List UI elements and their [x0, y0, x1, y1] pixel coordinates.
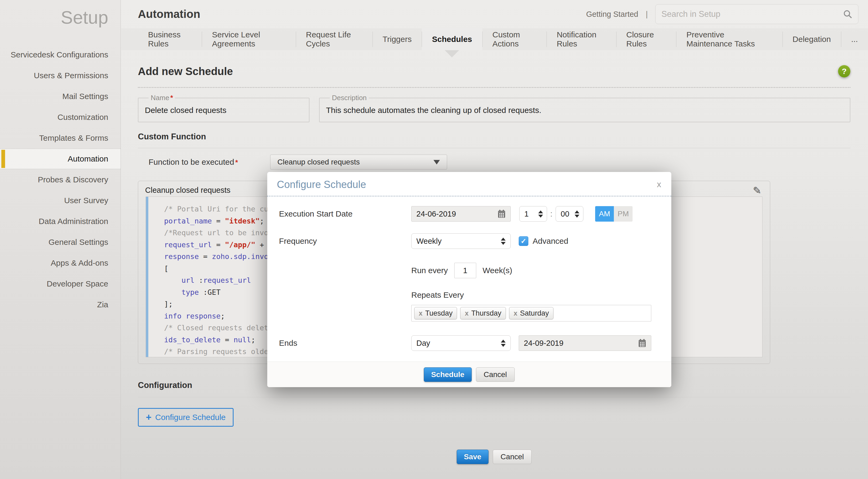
custom-function-heading: Custom Function: [138, 132, 850, 141]
sidebar-item-templates-forms[interactable]: Templates & Forms: [0, 128, 121, 148]
spinner-arrows-icon: [501, 238, 506, 245]
day-tag-label: Saturday: [520, 309, 549, 317]
sidebar-item-developer-space[interactable]: Developer Space: [0, 273, 121, 294]
sidebar-item-users-permissions[interactable]: Users & Permissions: [0, 65, 121, 86]
save-button[interactable]: Save: [457, 450, 489, 464]
schedule-button[interactable]: Schedule: [424, 367, 471, 382]
tab-request-life-cycles[interactable]: Request Life Cycles: [296, 28, 373, 50]
sidebar-item-customization[interactable]: Customization: [0, 107, 121, 128]
ends-type-value: Day: [416, 339, 430, 348]
custom-function-divider: [138, 148, 850, 148]
minute-stepper[interactable]: 00: [556, 206, 583, 221]
sidebar-item-user-survey[interactable]: User Survey: [0, 190, 121, 211]
modal-cancel-button[interactable]: Cancel: [476, 367, 515, 382]
sidebar-item-mail-settings[interactable]: Mail Settings: [0, 86, 121, 107]
frequency-value: Weekly: [416, 237, 442, 246]
name-label: Name*: [149, 94, 175, 102]
frequency-select[interactable]: Weekly: [411, 233, 511, 249]
search-input[interactable]: [661, 9, 843, 19]
tab-schedules[interactable]: Schedules: [422, 28, 482, 50]
run-every-unit: Week(s): [483, 266, 512, 275]
tab-notification-rules[interactable]: Notification Rules: [547, 28, 616, 50]
header-separator: |: [646, 10, 648, 19]
cancel-button[interactable]: Cancel: [493, 450, 531, 464]
hour-value: 1: [524, 210, 529, 218]
help-button[interactable]: ?: [838, 65, 850, 77]
day-tag-label: Tuesday: [425, 309, 453, 317]
sidebar: Setup Servicedesk ConfigurationsUsers & …: [0, 0, 121, 479]
modal-header: Configure Schedule x: [267, 172, 671, 196]
sidebar-item-apps-add-ons[interactable]: Apps & Add-ons: [0, 252, 121, 273]
page-title: Add new Schedule: [138, 65, 233, 77]
sidebar-item-servicedesk-configurations[interactable]: Servicedesk Configurations: [0, 44, 121, 65]
modal-header-divider: [267, 196, 671, 197]
tab-custom-actions[interactable]: Custom Actions: [483, 28, 547, 50]
spinner-arrows-icon[interactable]: [575, 210, 579, 217]
remove-tag-icon[interactable]: x: [514, 309, 517, 317]
tab-closure-rules[interactable]: Closure Rules: [616, 28, 676, 50]
function-row: Function to be executed* Cleanup closed …: [138, 155, 850, 170]
configure-schedule-modal: Configure Schedule x Execution Start Dat…: [267, 172, 671, 387]
tab-more[interactable]: ...: [841, 28, 868, 50]
tab-preventive-maintenance-tasks[interactable]: Preventive Maintenance Tasks: [676, 28, 782, 50]
run-every-label: Run every: [411, 266, 448, 275]
calendar-icon[interactable]: [638, 339, 646, 347]
sidebar-item-zia[interactable]: Zia: [0, 294, 121, 315]
sidebar-item-general-settings[interactable]: General Settings: [0, 232, 121, 252]
function-select[interactable]: Cleanup closed requests: [270, 155, 447, 170]
tab-triggers[interactable]: Triggers: [373, 28, 422, 50]
sidebar-item-data-administration[interactable]: Data Administration: [0, 211, 121, 232]
remove-tag-icon[interactable]: x: [419, 309, 423, 317]
tab-delegation[interactable]: Delegation: [782, 28, 841, 50]
repeat-days-tagbox[interactable]: xTuesdayxThursdayxSaturday: [411, 305, 651, 321]
search-icon[interactable]: [843, 10, 852, 19]
configure-schedule-button[interactable]: + Configure Schedule: [138, 408, 234, 427]
advanced-checkbox[interactable]: [519, 236, 528, 246]
ends-label: Ends: [279, 339, 411, 348]
day-tag-thursday[interactable]: xThursday: [460, 307, 506, 319]
sidebar-menu: Servicedesk ConfigurationsUsers & Permis…: [0, 44, 121, 315]
tab-business-rules[interactable]: Business Rules: [138, 28, 202, 50]
day-tag-label: Thursday: [471, 309, 501, 317]
tab-service-level-agreements[interactable]: Service Level Agreements: [202, 28, 296, 50]
frequency-row: Frequency Weekly Advanced: [267, 233, 671, 249]
execution-start-date-row: Execution Start Date 24-06-2019 1 : 00 A…: [267, 206, 671, 221]
getting-started-link[interactable]: Getting Started: [586, 10, 638, 19]
repeats-every-label: Repeats Every: [267, 290, 671, 300]
start-date-input[interactable]: 24-06-2019: [411, 206, 511, 221]
spinner-arrows-icon: [501, 340, 506, 347]
configuration-divider: [138, 397, 850, 397]
page-title-row: Add new Schedule ?: [138, 65, 850, 77]
run-every-input[interactable]: 1: [454, 263, 476, 278]
hour-stepper[interactable]: 1: [519, 206, 547, 221]
ends-type-select[interactable]: Day: [411, 335, 511, 351]
advanced-label: Advanced: [533, 237, 568, 246]
name-input[interactable]: Delete closed requests: [145, 106, 303, 116]
close-icon[interactable]: x: [657, 179, 661, 189]
edit-pencil-icon[interactable]: ✎: [753, 185, 762, 197]
meridiem-pm[interactable]: PM: [614, 206, 632, 221]
day-tag-saturday[interactable]: xSaturday: [509, 307, 554, 319]
modal-title: Configure Schedule: [277, 179, 662, 191]
meridiem-toggle[interactable]: AMPM: [595, 206, 632, 221]
required-asterisk: *: [235, 158, 238, 166]
run-every-row: Run every 1 Week(s): [267, 263, 671, 278]
function-label: Function to be executed*: [149, 158, 270, 167]
setup-page: Setup Servicedesk ConfigurationsUsers & …: [0, 0, 868, 479]
required-asterisk: *: [170, 94, 173, 102]
module-title: Automation: [138, 8, 200, 21]
tab-bar: Business RulesService Level AgreementsRe…: [121, 28, 868, 50]
day-tag-tuesday[interactable]: xTuesday: [414, 307, 457, 319]
ends-date-input[interactable]: 24-09-2019: [519, 335, 651, 351]
remove-tag-icon[interactable]: x: [465, 309, 468, 317]
calendar-icon[interactable]: [498, 210, 506, 218]
spinner-arrows-icon[interactable]: [538, 210, 543, 217]
sidebar-item-probes-discovery[interactable]: Probes & Discovery: [0, 169, 121, 190]
setup-search[interactable]: [655, 4, 858, 24]
meridiem-am[interactable]: AM: [595, 206, 614, 221]
sidebar-item-automation[interactable]: Automation: [0, 148, 121, 169]
execution-start-date-label: Execution Start Date: [279, 209, 411, 218]
start-date-value: 24-06-2019: [416, 210, 456, 218]
description-input[interactable]: This schedule automates the cleaning up …: [326, 106, 843, 116]
title-divider: [138, 87, 850, 88]
